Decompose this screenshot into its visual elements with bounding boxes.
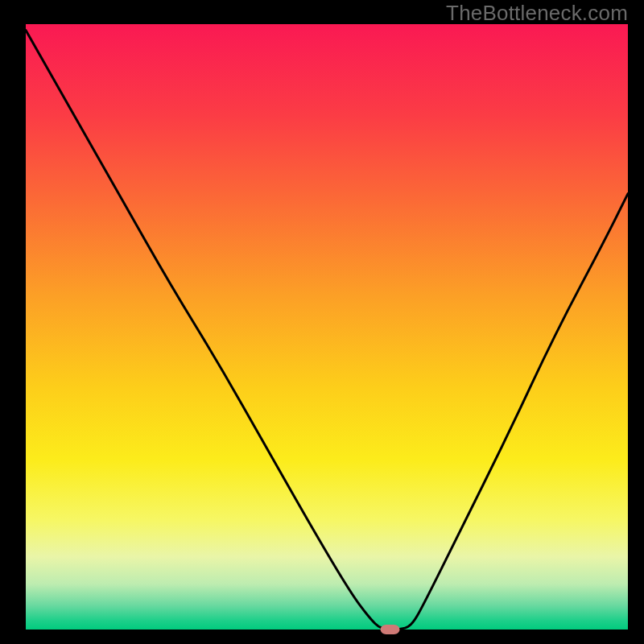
optimal-marker [381,625,400,634]
bottleneck-chart [0,0,644,644]
watermark-text: TheBottleneck.com [446,1,628,26]
plot-background [26,24,628,630]
chart-container: TheBottleneck.com [0,0,644,644]
